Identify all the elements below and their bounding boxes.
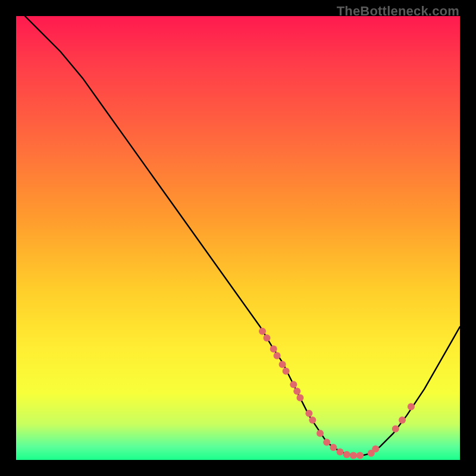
plot-area — [16, 16, 460, 460]
curve-overlay — [16, 16, 460, 460]
scatter-point — [293, 387, 300, 394]
scatter-point — [330, 444, 337, 451]
curve-line — [25, 16, 460, 456]
chart-stage: TheBottleneck.com — [0, 0, 476, 476]
scatter-point — [350, 452, 357, 459]
scatter-point — [356, 452, 364, 459]
scatter-point — [372, 445, 379, 452]
scatter-point — [296, 394, 303, 402]
scatter-point — [270, 346, 277, 353]
scatter-point — [309, 416, 316, 424]
scatter-point — [290, 381, 297, 388]
scatter-point — [317, 430, 324, 437]
scatter-point — [392, 425, 399, 433]
scatter-points — [259, 328, 415, 459]
scatter-point — [283, 368, 290, 375]
scatter-point — [343, 451, 350, 458]
scatter-point — [305, 410, 312, 417]
scatter-point — [337, 449, 344, 456]
scatter-point — [259, 328, 266, 335]
scatter-point — [264, 334, 271, 342]
scatter-point — [323, 439, 330, 446]
scatter-point — [399, 416, 406, 424]
scatter-point — [279, 361, 286, 368]
scatter-point — [408, 403, 415, 411]
scatter-point — [274, 352, 281, 359]
